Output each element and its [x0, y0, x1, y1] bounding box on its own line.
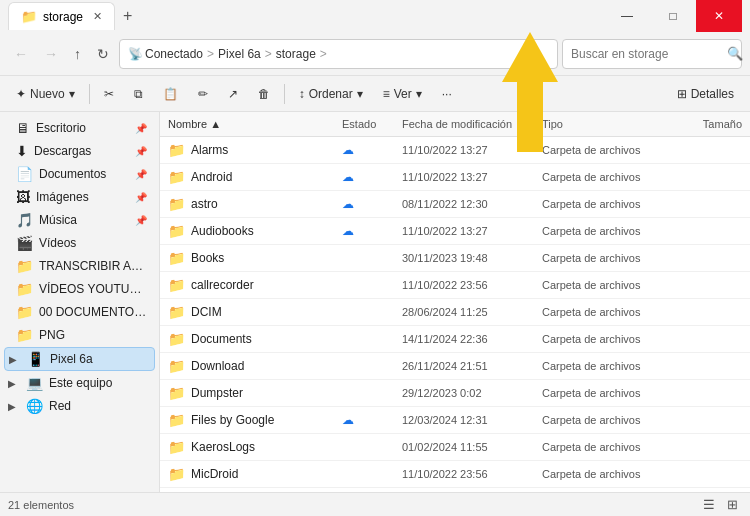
table-row[interactable]: 📁 Alarms ☁ 11/10/2022 13:27 Carpeta de a…: [160, 137, 750, 164]
active-tab[interactable]: 📁 storage ✕: [8, 2, 115, 30]
file-date-cell: 12/03/2024 12:31: [402, 414, 542, 426]
table-row[interactable]: 📁 Android ☁ 11/10/2022 13:27 Carpeta de …: [160, 164, 750, 191]
table-row[interactable]: 📁 MicDroid 11/10/2022 23:56 Carpeta de a…: [160, 461, 750, 488]
music-icon: 🎵: [16, 212, 33, 228]
documents-icon: 📄: [16, 166, 33, 182]
table-row[interactable]: 📁 Documents 14/11/2024 22:36 Carpeta de …: [160, 326, 750, 353]
table-row[interactable]: 📁 Files by Google ☁ 12/03/2024 12:31 Car…: [160, 407, 750, 434]
sidebar-item-videos[interactable]: 🎬 Vídeos: [4, 232, 155, 254]
table-row[interactable]: 📁 Dumpster 29/12/2023 0:02 Carpeta de ar…: [160, 380, 750, 407]
col-header-size[interactable]: Tamaño: [662, 114, 742, 134]
folder-icon: 📁: [168, 304, 185, 320]
file-status-cell: ☁: [342, 139, 402, 161]
toolbar: ✦ Nuevo ▾ ✂ ⧉ 📋 ✏ ↗ 🗑 ↕ Ordenar ▾ ≡ Ver …: [0, 76, 750, 112]
file-name-label: MicDroid: [191, 467, 238, 481]
refresh-button[interactable]: ↻: [91, 42, 115, 66]
file-status-cell: [342, 362, 402, 370]
computer-icon: 💻: [26, 375, 43, 391]
file-date-cell: 11/10/2022 23:56: [402, 279, 542, 291]
up-button[interactable]: ↑: [68, 42, 87, 66]
cut-button[interactable]: ✂: [96, 83, 122, 105]
list-view-button[interactable]: ☰: [699, 495, 719, 514]
file-name-label: Books: [191, 251, 224, 265]
table-row[interactable]: 📁 callrecorder 11/10/2022 23:56 Carpeta …: [160, 272, 750, 299]
delete-button[interactable]: 🗑: [250, 83, 278, 105]
file-date-cell: 11/10/2022 13:27: [402, 225, 542, 237]
maximize-button[interactable]: □: [650, 0, 696, 32]
sidebar-item-imagenes[interactable]: 🖼 Imágenes 📌: [4, 186, 155, 208]
breadcrumb-pixel6a[interactable]: Pixel 6a: [218, 47, 261, 61]
sidebar-item-musica[interactable]: 🎵 Música 📌: [4, 209, 155, 231]
folder-icon: 📁: [168, 277, 185, 293]
file-name-cell: 📁 callrecorder: [168, 273, 342, 297]
search-submit-button[interactable]: 🔍: [727, 46, 743, 61]
sidebar-item-descargas[interactable]: ⬇ Descargas 📌: [4, 140, 155, 162]
file-status-cell: [342, 254, 402, 262]
paste-button[interactable]: 📋: [155, 83, 186, 105]
statusbar-right: ☰ ⊞: [699, 495, 742, 514]
file-type-cell: Carpeta de archivos: [542, 225, 662, 237]
sidebar-item-pixel6a[interactable]: ▶ 📱 Pixel 6a: [4, 347, 155, 371]
breadcrumb-storage[interactable]: storage: [276, 47, 316, 61]
sort-button[interactable]: ↕ Ordenar ▾: [291, 83, 371, 105]
rename-button[interactable]: ✏: [190, 83, 216, 105]
sidebar-item-documentos[interactable]: 📄 Documentos 📌: [4, 163, 155, 185]
file-name-label: Documents: [191, 332, 252, 346]
tab-label: storage: [43, 10, 83, 24]
more-button[interactable]: ···: [434, 83, 460, 105]
search-box[interactable]: 🔍: [562, 39, 742, 69]
sidebar-item-red[interactable]: ▶ 🌐 Red: [4, 395, 155, 417]
table-row[interactable]: 📁 Books 30/11/2023 19:48 Carpeta de arch…: [160, 245, 750, 272]
col-header-date[interactable]: Fecha de modificación: [402, 114, 542, 134]
file-type-cell: Carpeta de archivos: [542, 441, 662, 453]
search-input[interactable]: [571, 47, 721, 61]
breadcrumb-conectado[interactable]: Conectado: [145, 47, 203, 61]
sidebar-item-videos-yt[interactable]: 📁 VÍDEOS YOUTUBE PUBLICADO: [4, 278, 155, 300]
sidebar-item-este-equipo[interactable]: ▶ 💻 Este equipo: [4, 372, 155, 394]
copy-button[interactable]: ⧉: [126, 83, 151, 105]
table-row[interactable]: 📁 Movies 14/11/2022 22:38 Carpeta de arc…: [160, 488, 750, 492]
file-status-cell: [342, 443, 402, 451]
sidebar-item-transcribir[interactable]: 📁 TRANSCRIBIR APUNTES CON: [4, 255, 155, 277]
grid-view-button[interactable]: ⊞: [723, 495, 742, 514]
folder-icon: 📁: [168, 196, 185, 212]
share-button[interactable]: ↗: [220, 83, 246, 105]
file-type-cell: Carpeta de archivos: [542, 360, 662, 372]
file-status-cell: [342, 389, 402, 397]
col-header-estado[interactable]: Estado: [342, 114, 402, 134]
view-button[interactable]: ≡ Ver ▾: [375, 83, 430, 105]
folder-icon-2: 📁: [16, 281, 33, 297]
desktop-icon: 🖥: [16, 120, 30, 136]
table-row[interactable]: 📁 Audiobooks ☁ 11/10/2022 13:27 Carpeta …: [160, 218, 750, 245]
main-layout: 🖥 Escritorio 📌 ⬇ Descargas 📌 📄 Documento…: [0, 112, 750, 492]
col-header-name[interactable]: Nombre ▲: [168, 114, 342, 134]
table-row[interactable]: 📁 astro ☁ 08/11/2022 12:30 Carpeta de ar…: [160, 191, 750, 218]
sidebar-item-escritorio[interactable]: 🖥 Escritorio 📌: [4, 117, 155, 139]
view-dropdown-icon: ▾: [416, 87, 422, 101]
forward-button[interactable]: →: [38, 42, 64, 66]
table-row[interactable]: 📁 DCIM 28/06/2024 11:25 Carpeta de archi…: [160, 299, 750, 326]
file-date-cell: 29/12/2023 0:02: [402, 387, 542, 399]
new-button[interactable]: ✦ Nuevo ▾: [8, 83, 83, 105]
sidebar-item-png[interactable]: 📁 PNG: [4, 324, 155, 346]
details-button[interactable]: ⊞ Detalles: [669, 83, 742, 105]
folder-icon: 📁: [168, 223, 185, 239]
file-status-cell: ☁: [342, 193, 402, 215]
file-type-cell: Carpeta de archivos: [542, 468, 662, 480]
close-button[interactable]: ✕: [696, 0, 742, 32]
breadcrumb[interactable]: 📡 Conectado > Pixel 6a > storage >: [119, 39, 558, 69]
minimize-button[interactable]: —: [604, 0, 650, 32]
downloads-icon: ⬇: [16, 143, 28, 159]
window-controls: — □ ✕: [604, 0, 742, 32]
table-row[interactable]: 📁 Download 26/11/2024 21:51 Carpeta de a…: [160, 353, 750, 380]
sidebar-item-documentos-eaf[interactable]: 📁 00 DOCUMENTOS EAF: [4, 301, 155, 323]
back-button[interactable]: ←: [8, 42, 34, 66]
tab-close-btn[interactable]: ✕: [93, 10, 102, 23]
file-name-label: Alarms: [191, 143, 228, 157]
col-header-type[interactable]: Tipo: [542, 114, 662, 134]
file-date-cell: 28/06/2024 11:25: [402, 306, 542, 318]
table-row[interactable]: 📁 KaerosLogs 01/02/2024 11:55 Carpeta de…: [160, 434, 750, 461]
file-status-cell: ☁: [342, 220, 402, 242]
toolbar-separator-1: [89, 84, 90, 104]
new-tab-button[interactable]: +: [115, 3, 140, 29]
